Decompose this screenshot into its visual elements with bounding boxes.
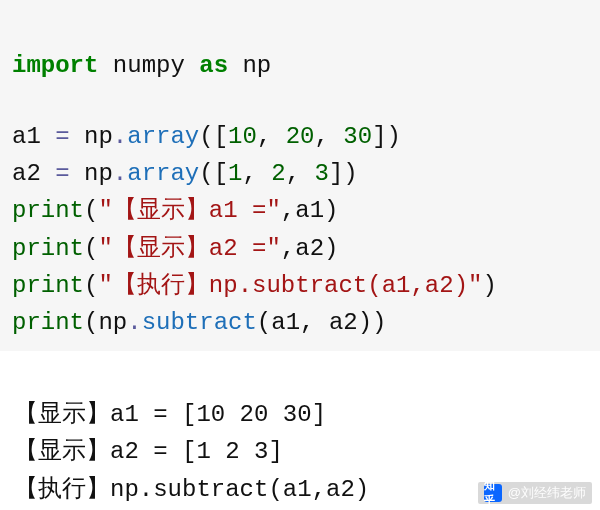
- num-20: 20: [286, 123, 315, 150]
- code-line-5: print("【显示】a1 =",a1): [12, 197, 338, 224]
- output-line-1: 【显示】a1 = [10 20 30]: [14, 401, 326, 428]
- paren-open: (: [199, 123, 213, 150]
- code-line-6: print("【显示】a2 =",a2): [12, 235, 338, 262]
- fn-subtract: subtract: [142, 309, 257, 336]
- num-3: 3: [315, 160, 329, 187]
- fn-array: array: [127, 123, 199, 150]
- var-a2: a2: [12, 160, 41, 187]
- code-line-7: print("【执行】np.subtract(a1,a2)"): [12, 272, 497, 299]
- keyword-import: import: [12, 52, 98, 79]
- code-line-3: a1 = np.array([10, 20, 30]): [12, 123, 401, 150]
- num-10: 10: [228, 123, 257, 150]
- code-line-4: a2 = np.array([1, 2, 3]): [12, 160, 358, 187]
- fn-print: print: [12, 197, 84, 224]
- output-line-3: 【执行】np.subtract(a1,a2): [14, 476, 369, 503]
- var-a1: a1: [12, 123, 41, 150]
- string-display-a1: "【显示】a1 =": [98, 197, 280, 224]
- num-1: 1: [228, 160, 242, 187]
- fn-print: print: [12, 309, 84, 336]
- alias-np: np: [242, 52, 271, 79]
- num-30: 30: [343, 123, 372, 150]
- bracket-close: ]: [372, 123, 386, 150]
- bracket-open: [: [214, 123, 228, 150]
- fn-array: array: [127, 160, 199, 187]
- code-line-8: print(np.subtract(a1, a2)): [12, 309, 387, 336]
- code-line-1: import numpy as np: [12, 52, 271, 79]
- ref-np: np: [84, 123, 113, 150]
- blank-line: [12, 84, 588, 118]
- op-dot: .: [113, 123, 127, 150]
- watermark: 知乎 @刘经纬老师: [478, 482, 592, 504]
- fn-print: print: [12, 235, 84, 262]
- module-numpy: numpy: [113, 52, 185, 79]
- zhihu-icon: 知乎: [484, 484, 502, 502]
- string-display-a2: "【显示】a2 =": [98, 235, 280, 262]
- num-2: 2: [271, 160, 285, 187]
- keyword-as: as: [199, 52, 228, 79]
- watermark-author: @刘经纬老师: [508, 484, 586, 502]
- fn-print: print: [12, 272, 84, 299]
- code-block: import numpy as np a1 = np.array([10, 20…: [0, 0, 600, 351]
- output-line-2: 【显示】a2 = [1 2 3]: [14, 438, 283, 465]
- op-assign: =: [55, 123, 69, 150]
- string-execute: "【执行】np.subtract(a1,a2)": [98, 272, 482, 299]
- paren-close: ): [387, 123, 401, 150]
